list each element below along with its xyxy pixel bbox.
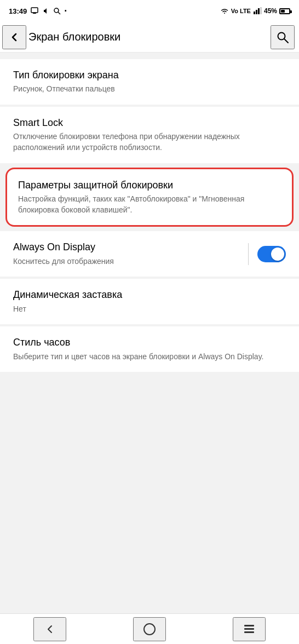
svg-rect-0 [31, 8, 38, 13]
battery-icon [279, 8, 290, 14]
always-on-content: Always On Display Коснитесь для отображе… [13, 241, 248, 267]
always-on-title: Always On Display [13, 241, 239, 254]
svg-rect-6 [258, 8, 260, 14]
security-params-title: Параметры защитной блокировки [18, 179, 281, 192]
nav-home-button[interactable] [133, 617, 166, 641]
nav-recent-icon [244, 625, 254, 633]
notification-icon [30, 7, 39, 15]
smart-lock-subtitle: Отключение блокировки телефона при обнар… [13, 131, 286, 153]
always-on-toggle[interactable] [257, 246, 286, 262]
toggle-knob [271, 248, 284, 261]
status-time: 13:49 [9, 7, 27, 15]
battery-percent: 45% [264, 7, 277, 15]
search-button[interactable] [271, 25, 295, 49]
top-bar: Экран блокировки [0, 22, 299, 53]
security-params-item[interactable]: Параметры защитной блокировки Настройка … [5, 168, 294, 227]
always-on-group: Always On Display Коснитесь для отображе… [0, 231, 299, 277]
status-bar: 13:49 · Vo LTE 45% [0, 0, 299, 22]
nav-recent-button[interactable] [233, 617, 266, 641]
clock-style-title: Стиль часов [13, 336, 286, 349]
sound-icon [42, 7, 50, 15]
page-title: Экран блокировки [26, 31, 271, 43]
settings-content: Тип блокировки экрана Рисунок, Отпечатки… [0, 53, 299, 613]
always-on-subtitle: Коснитесь для отображения [13, 256, 239, 267]
status-left: 13:49 · [9, 6, 67, 16]
signal-label: Vo LTE [231, 8, 251, 14]
svg-rect-1 [33, 13, 36, 14]
clock-style-item[interactable]: Стиль часов Выберите тип и цвет часов на… [0, 326, 299, 372]
smart-lock-title: Smart Lock [13, 117, 286, 129]
lock-type-subtitle: Рисунок, Отпечатки пальцев [13, 84, 286, 95]
security-params-subtitle: Настройка функций, таких как "Автоблокир… [18, 194, 281, 215]
dynamic-screensaver-group: Динамическая заставка Нет [0, 279, 299, 324]
back-button[interactable] [2, 25, 26, 49]
svg-rect-7 [260, 7, 262, 14]
svg-line-9 [284, 39, 288, 43]
lock-type-title: Тип блокировки экрана [13, 69, 286, 82]
lock-type-item[interactable]: Тип блокировки экрана Рисунок, Отпечатки… [0, 59, 299, 105]
signal-bars-icon [253, 7, 262, 15]
dynamic-screensaver-item[interactable]: Динамическая заставка Нет [0, 279, 299, 324]
svg-rect-4 [254, 12, 255, 14]
back-arrow-icon [8, 31, 21, 44]
nav-home-icon [143, 623, 156, 635]
clock-style-subtitle: Выберите тип и цвет часов на экране блок… [13, 352, 286, 363]
navigation-bar [0, 613, 299, 644]
smart-lock-group: Smart Lock Отключение блокировки телефон… [0, 107, 299, 163]
wifi-icon [220, 7, 229, 15]
search-icon [276, 31, 289, 44]
nav-back-icon [44, 623, 56, 635]
smart-lock-item[interactable]: Smart Lock Отключение блокировки телефон… [0, 107, 299, 163]
status-right: Vo LTE 45% [220, 7, 290, 15]
search-status-icon [53, 7, 61, 15]
svg-line-3 [58, 12, 60, 14]
svg-rect-5 [256, 10, 257, 14]
svg-point-2 [54, 8, 59, 13]
toggle-divider [248, 243, 249, 265]
clock-style-group: Стиль часов Выберите тип и цвет часов на… [0, 326, 299, 372]
always-on-item[interactable]: Always On Display Коснитесь для отображе… [0, 231, 299, 277]
nav-back-button[interactable] [33, 617, 66, 641]
dot-indicator: · [64, 6, 67, 16]
lock-type-group: Тип блокировки экрана Рисунок, Отпечатки… [0, 59, 299, 105]
dynamic-screensaver-title: Динамическая заставка [13, 289, 286, 301]
dynamic-screensaver-subtitle: Нет [13, 304, 286, 315]
